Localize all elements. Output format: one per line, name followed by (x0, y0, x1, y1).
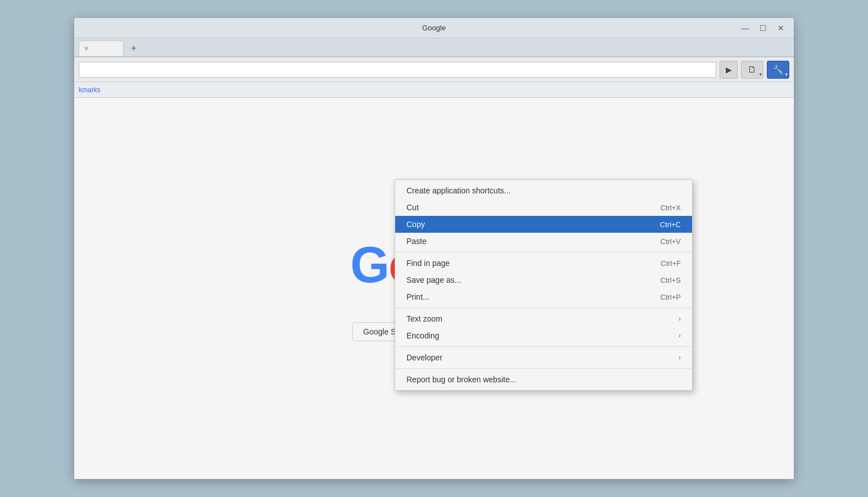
address-bar: ▶ 🗋 ▾ 🔧 ▾ (74, 57, 794, 82)
menu-item-shortcut-4: Ctrl+F (661, 259, 681, 268)
menu-item-label-10: Report bug or broken website... (406, 375, 681, 384)
menu-item-label-0: Create application shortcuts... (406, 186, 681, 195)
context-menu: Create application shortcuts...CutCtrl+X… (395, 179, 693, 391)
wrench-icon: 🔧 (773, 65, 784, 75)
tab-close-icon[interactable]: ✕ (84, 45, 89, 52)
window-controls: — ☐ ✕ (736, 20, 789, 37)
menu-item-2[interactable]: CopyCtrl+C (395, 216, 692, 233)
menu-item-label-5: Save page as... (406, 275, 627, 284)
new-tab-button[interactable]: + (126, 40, 142, 56)
bookmarks-label: kmarks (79, 86, 101, 94)
menu-item-10[interactable]: Report bug or broken website... (395, 371, 692, 388)
menu-item-shortcut-5: Ctrl+S (661, 276, 681, 284)
page-menu-button[interactable]: 🗋 ▾ (741, 61, 763, 79)
menu-item-label-1: Cut (406, 203, 627, 212)
address-input[interactable] (79, 62, 716, 78)
menu-item-3[interactable]: PasteCtrl+V (395, 233, 692, 250)
menu-item-label-6: Print... (406, 292, 627, 301)
browser-tab[interactable]: ✕ (79, 40, 124, 56)
menu-item-arrow-9: › (679, 354, 681, 362)
close-button[interactable]: ✕ (772, 20, 789, 37)
window-title: Google (422, 24, 446, 32)
menu-item-label-2: Copy (406, 220, 626, 229)
menu-item-0[interactable]: Create application shortcuts... (395, 182, 692, 199)
menu-divider-6 (395, 308, 692, 308)
wrench-menu-button[interactable]: 🔧 ▾ (767, 61, 789, 79)
menu-divider-8 (395, 346, 692, 347)
menu-item-label-9: Developer (406, 353, 667, 362)
wrench-dropdown-arrow: ▾ (785, 72, 788, 77)
page-dropdown-arrow: ▾ (760, 72, 762, 77)
menu-item-label-7: Text zoom (406, 314, 667, 323)
menu-item-label-4: Find in page (406, 259, 627, 268)
menu-item-arrow-7: › (679, 315, 681, 323)
page-icon: 🗋 (748, 65, 757, 75)
minimize-button[interactable]: — (736, 20, 753, 37)
tab-bar: ✕ + (74, 38, 794, 57)
page-content: Google Google Search I'm Feeling Lucky C… (74, 98, 794, 479)
maximize-button[interactable]: ☐ (754, 20, 771, 37)
menu-item-8[interactable]: Encoding› (395, 327, 692, 344)
menu-item-9[interactable]: Developer› (395, 349, 692, 366)
menu-item-7[interactable]: Text zoom› (395, 310, 692, 327)
menu-item-arrow-8: › (679, 332, 681, 340)
menu-item-shortcut-6: Ctrl+P (661, 293, 681, 301)
play-button[interactable]: ▶ (720, 61, 738, 79)
logo-g: G (350, 237, 388, 293)
menu-item-shortcut-2: Ctrl+C (660, 220, 681, 229)
menu-item-shortcut-1: Ctrl+X (661, 204, 681, 212)
menu-item-1[interactable]: CutCtrl+X (395, 199, 692, 216)
menu-item-5[interactable]: Save page as...Ctrl+S (395, 272, 692, 288)
bookmarks-bar: kmarks (74, 82, 794, 98)
play-icon: ▶ (726, 65, 732, 74)
browser-window: Google — ☐ ✕ ✕ + ▶ 🗋 ▾ 🔧 ▾ kmarks (74, 18, 794, 479)
menu-item-shortcut-3: Ctrl+V (661, 237, 681, 246)
menu-divider-3 (395, 252, 692, 252)
menu-divider-9 (395, 368, 692, 369)
menu-item-6[interactable]: Print...Ctrl+P (395, 288, 692, 305)
menu-item-label-3: Paste (406, 237, 627, 246)
menu-item-label-8: Encoding (406, 331, 667, 340)
title-bar: Google — ☐ ✕ (74, 18, 794, 38)
menu-item-4[interactable]: Find in pageCtrl+F (395, 255, 692, 272)
